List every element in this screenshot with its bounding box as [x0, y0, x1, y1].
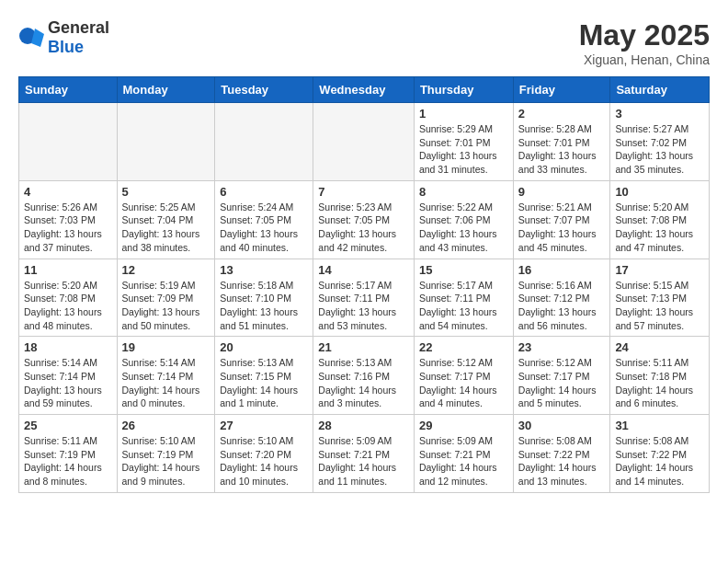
day-info: Sunrise: 5:29 AMSunset: 7:01 PMDaylight:… [419, 122, 508, 177]
day-number: 18 [24, 340, 112, 354]
day-info: Sunrise: 5:14 AMSunset: 7:14 PMDaylight:… [122, 356, 210, 410]
day-number: 21 [318, 340, 409, 354]
day-number: 27 [220, 419, 308, 432]
logo-icon [18, 25, 44, 51]
day-cell: 14Sunrise: 5:17 AMSunset: 7:11 PMDayligh… [313, 259, 415, 337]
day-cell: 1Sunrise: 5:29 AMSunset: 7:01 PMDaylight… [414, 103, 513, 181]
day-number: 20 [220, 340, 308, 354]
day-info: Sunrise: 5:11 AMSunset: 7:18 PMDaylight:… [615, 356, 704, 410]
day-info: Sunrise: 5:25 AMSunset: 7:04 PMDaylight:… [122, 201, 210, 255]
day-number: 24 [615, 340, 704, 354]
day-info: Sunrise: 5:12 AMSunset: 7:17 PMDaylight:… [518, 356, 606, 410]
title-block: May 2025 Xiguan, Henan, China [579, 18, 710, 67]
day-number: 11 [24, 263, 112, 277]
calendar: SundayMondayTuesdayWednesdayThursdayFrid… [18, 76, 710, 493]
day-cell: 13Sunrise: 5:18 AMSunset: 7:10 PMDayligh… [215, 259, 313, 337]
weekday-header-thursday: Thursday [414, 77, 513, 103]
day-info: Sunrise: 5:27 AMSunset: 7:02 PMDaylight:… [615, 122, 704, 177]
day-cell: 18Sunrise: 5:14 AMSunset: 7:14 PMDayligh… [19, 337, 118, 415]
day-number: 23 [518, 340, 606, 354]
week-row-2: 4Sunrise: 5:26 AMSunset: 7:03 PMDaylight… [19, 180, 710, 259]
weekday-header-monday: Monday [117, 77, 215, 103]
day-info: Sunrise: 5:26 AMSunset: 7:03 PMDaylight:… [24, 201, 112, 255]
day-cell: 15Sunrise: 5:17 AMSunset: 7:11 PMDayligh… [414, 259, 513, 337]
day-number: 25 [24, 419, 112, 432]
day-number: 13 [220, 263, 308, 277]
day-cell: 7Sunrise: 5:23 AMSunset: 7:05 PMDaylight… [313, 180, 415, 259]
day-number: 22 [419, 340, 508, 354]
day-info: Sunrise: 5:16 AMSunset: 7:12 PMDaylight:… [518, 279, 606, 333]
day-number: 1 [419, 107, 508, 121]
day-info: Sunrise: 5:09 AMSunset: 7:21 PMDaylight:… [419, 434, 508, 488]
day-info: Sunrise: 5:19 AMSunset: 7:09 PMDaylight:… [122, 279, 210, 333]
week-row-3: 11Sunrise: 5:20 AMSunset: 7:08 PMDayligh… [19, 259, 710, 337]
day-number: 8 [419, 185, 508, 199]
day-info: Sunrise: 5:17 AMSunset: 7:11 PMDaylight:… [318, 279, 409, 333]
day-info: Sunrise: 5:12 AMSunset: 7:17 PMDaylight:… [419, 356, 508, 410]
day-cell: 22Sunrise: 5:12 AMSunset: 7:17 PMDayligh… [414, 337, 513, 415]
day-cell [215, 103, 313, 181]
page-header: General Blue May 2025 Xiguan, Henan, Chi… [18, 18, 710, 67]
day-cell: 21Sunrise: 5:13 AMSunset: 7:16 PMDayligh… [313, 337, 415, 415]
day-info: Sunrise: 5:10 AMSunset: 7:19 PMDaylight:… [122, 434, 210, 488]
weekday-header-sunday: Sunday [19, 77, 118, 103]
day-info: Sunrise: 5:13 AMSunset: 7:15 PMDaylight:… [220, 356, 308, 410]
day-cell: 4Sunrise: 5:26 AMSunset: 7:03 PMDaylight… [19, 180, 118, 259]
day-cell: 17Sunrise: 5:15 AMSunset: 7:13 PMDayligh… [610, 259, 710, 337]
day-cell: 23Sunrise: 5:12 AMSunset: 7:17 PMDayligh… [513, 337, 610, 415]
day-info: Sunrise: 5:17 AMSunset: 7:11 PMDaylight:… [419, 279, 508, 333]
day-number: 3 [615, 107, 704, 121]
logo-general: General [48, 18, 109, 37]
day-number: 31 [615, 419, 704, 432]
day-cell: 6Sunrise: 5:24 AMSunset: 7:05 PMDaylight… [215, 180, 313, 259]
day-info: Sunrise: 5:10 AMSunset: 7:20 PMDaylight:… [220, 434, 308, 488]
day-number: 28 [318, 419, 409, 432]
day-cell: 29Sunrise: 5:09 AMSunset: 7:21 PMDayligh… [414, 415, 513, 493]
day-info: Sunrise: 5:14 AMSunset: 7:14 PMDaylight:… [24, 356, 112, 410]
day-info: Sunrise: 5:18 AMSunset: 7:10 PMDaylight:… [220, 279, 308, 333]
day-cell: 26Sunrise: 5:10 AMSunset: 7:19 PMDayligh… [117, 415, 215, 493]
weekday-header-saturday: Saturday [610, 77, 710, 103]
day-number: 6 [220, 185, 308, 199]
day-info: Sunrise: 5:21 AMSunset: 7:07 PMDaylight:… [518, 201, 606, 255]
month-year: May 2025 [579, 18, 710, 52]
day-cell: 12Sunrise: 5:19 AMSunset: 7:09 PMDayligh… [117, 259, 215, 337]
logo-text: General Blue [48, 18, 109, 57]
weekday-header-tuesday: Tuesday [215, 77, 313, 103]
day-info: Sunrise: 5:11 AMSunset: 7:19 PMDaylight:… [24, 434, 112, 488]
day-cell [313, 103, 415, 181]
day-cell: 31Sunrise: 5:08 AMSunset: 7:22 PMDayligh… [610, 415, 710, 493]
day-number: 2 [518, 107, 606, 121]
day-info: Sunrise: 5:22 AMSunset: 7:06 PMDaylight:… [419, 201, 508, 255]
day-cell: 10Sunrise: 5:20 AMSunset: 7:08 PMDayligh… [610, 180, 710, 259]
day-info: Sunrise: 5:20 AMSunset: 7:08 PMDaylight:… [615, 201, 704, 255]
week-row-1: 1Sunrise: 5:29 AMSunset: 7:01 PMDaylight… [19, 103, 710, 181]
day-info: Sunrise: 5:08 AMSunset: 7:22 PMDaylight:… [615, 434, 704, 488]
day-number: 17 [615, 263, 704, 277]
day-number: 7 [318, 185, 409, 199]
week-row-5: 25Sunrise: 5:11 AMSunset: 7:19 PMDayligh… [19, 415, 710, 493]
day-cell: 25Sunrise: 5:11 AMSunset: 7:19 PMDayligh… [19, 415, 118, 493]
day-number: 5 [122, 185, 210, 199]
day-number: 14 [318, 263, 409, 277]
week-row-4: 18Sunrise: 5:14 AMSunset: 7:14 PMDayligh… [19, 337, 710, 415]
logo: General Blue [18, 18, 109, 57]
day-cell: 20Sunrise: 5:13 AMSunset: 7:15 PMDayligh… [215, 337, 313, 415]
day-number: 10 [615, 185, 704, 199]
day-number: 29 [419, 419, 508, 432]
day-cell: 30Sunrise: 5:08 AMSunset: 7:22 PMDayligh… [513, 415, 610, 493]
day-cell: 3Sunrise: 5:27 AMSunset: 7:02 PMDaylight… [610, 103, 710, 181]
day-number: 15 [419, 263, 508, 277]
weekday-header-row: SundayMondayTuesdayWednesdayThursdayFrid… [19, 77, 710, 103]
day-cell: 5Sunrise: 5:25 AMSunset: 7:04 PMDaylight… [117, 180, 215, 259]
day-info: Sunrise: 5:28 AMSunset: 7:01 PMDaylight:… [518, 122, 606, 177]
day-number: 9 [518, 185, 606, 199]
day-number: 19 [122, 340, 210, 354]
day-cell: 24Sunrise: 5:11 AMSunset: 7:18 PMDayligh… [610, 337, 710, 415]
day-info: Sunrise: 5:13 AMSunset: 7:16 PMDaylight:… [318, 356, 409, 410]
day-number: 16 [518, 263, 606, 277]
day-info: Sunrise: 5:24 AMSunset: 7:05 PMDaylight:… [220, 201, 308, 255]
day-info: Sunrise: 5:09 AMSunset: 7:21 PMDaylight:… [318, 434, 409, 488]
day-info: Sunrise: 5:15 AMSunset: 7:13 PMDaylight:… [615, 279, 704, 333]
day-cell: 28Sunrise: 5:09 AMSunset: 7:21 PMDayligh… [313, 415, 415, 493]
